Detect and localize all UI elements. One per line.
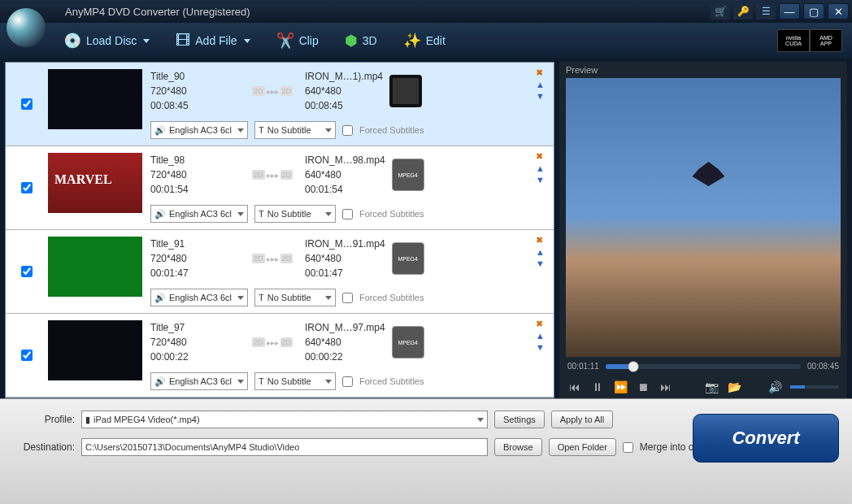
- conversion-arrow-icon: 2D▸▸▸2D: [240, 153, 305, 197]
- key-icon[interactable]: 🔑: [733, 3, 753, 20]
- remove-item-icon[interactable]: ✖: [536, 151, 552, 162]
- edit-label: Edit: [426, 34, 446, 47]
- device-icon[interactable]: MPEG4: [392, 326, 424, 358]
- forced-subtitles-checkbox[interactable]: [342, 293, 353, 303]
- maximize-button[interactable]: ▢: [803, 3, 824, 20]
- forced-subtitles-label: Forced Subtitles: [359, 125, 424, 135]
- audio-track-select[interactable]: 🔊 English AC3 6cl: [150, 372, 248, 390]
- subtitle-select[interactable]: T No Subtitle: [254, 205, 336, 223]
- item-title: Title_90: [150, 69, 240, 84]
- device-icon[interactable]: [389, 75, 422, 107]
- cart-icon[interactable]: 🛒: [711, 3, 730, 20]
- list-item[interactable]: MARVEL Title_98 720*480 00:01:54 2D▸▸▸2D…: [6, 146, 554, 230]
- item-title: Title_97: [150, 320, 240, 335]
- remove-item-icon[interactable]: ✖: [536, 235, 552, 245]
- clip-button[interactable]: ✂️ Clip: [270, 28, 325, 53]
- time-current: 00:01:11: [567, 362, 599, 371]
- move-down-icon[interactable]: ▼: [536, 259, 552, 268]
- profile-select[interactable]: ▮ iPad MPEG4 Video(*.mp4): [81, 411, 488, 428]
- close-button[interactable]: ✕: [828, 3, 849, 20]
- menu-icon[interactable]: ☰: [756, 3, 776, 20]
- 3d-label: 3D: [363, 34, 377, 47]
- prev-button[interactable]: ⏮: [567, 380, 582, 393]
- snapshot-button[interactable]: 📷: [704, 380, 719, 393]
- device-icon[interactable]: MPEG4: [392, 242, 424, 275]
- item-out-dur: 00:01:54: [305, 182, 385, 197]
- text-icon: T: [259, 209, 264, 219]
- seek-bar[interactable]: [606, 364, 801, 369]
- 3d-button[interactable]: ⬢ 3D: [338, 28, 384, 53]
- open-folder-button[interactable]: 📂: [727, 380, 741, 393]
- move-down-icon[interactable]: ▼: [536, 175, 552, 185]
- move-down-icon[interactable]: ▼: [536, 91, 552, 101]
- minimize-button[interactable]: —: [779, 3, 800, 20]
- profile-label: Profile:: [13, 414, 75, 425]
- speaker-icon: 🔊: [154, 293, 166, 303]
- move-up-icon[interactable]: ▲: [536, 247, 552, 257]
- play-button[interactable]: ⏩: [613, 380, 628, 393]
- wand-icon: ✨: [403, 32, 421, 50]
- audio-track-select[interactable]: 🔊 English AC3 6cl: [150, 121, 248, 139]
- item-out-dur: 00:00:22: [305, 350, 385, 364]
- browse-button[interactable]: Browse: [494, 438, 542, 456]
- item-src-dur: 00:01:54: [150, 182, 240, 197]
- item-src-dur: 00:08:45: [150, 98, 240, 113]
- device-small-icon: ▮: [85, 415, 90, 425]
- text-icon: T: [259, 125, 264, 135]
- next-button[interactable]: ⏭: [659, 380, 673, 393]
- forced-subtitles-checkbox[interactable]: [342, 209, 353, 219]
- subtitle-select[interactable]: T No Subtitle: [254, 121, 336, 139]
- move-up-icon[interactable]: ▲: [536, 163, 552, 173]
- subtitle-select[interactable]: T No Subtitle: [254, 289, 336, 306]
- item-checkbox[interactable]: [21, 350, 33, 361]
- remove-item-icon[interactable]: ✖: [536, 319, 552, 329]
- item-src-dur: 00:01:47: [150, 266, 240, 280]
- forced-subtitles-label: Forced Subtitles: [359, 376, 424, 386]
- audio-track-select[interactable]: 🔊 English AC3 6cl: [150, 289, 248, 306]
- add-file-button[interactable]: 🎞 Add File: [169, 29, 256, 53]
- item-thumbnail: [48, 69, 142, 129]
- settings-button[interactable]: Settings: [494, 411, 545, 428]
- subtitle-select[interactable]: T No Subtitle: [254, 372, 336, 390]
- add-file-label: Add File: [195, 34, 237, 47]
- move-up-icon[interactable]: ▲: [536, 331, 552, 341]
- item-checkbox[interactable]: [21, 98, 33, 110]
- forced-subtitles-checkbox[interactable]: [342, 125, 353, 136]
- forced-subtitles-checkbox[interactable]: [342, 376, 353, 387]
- stop-button[interactable]: ⏹: [636, 380, 650, 393]
- seek-bar-row: 00:01:11 00:08:45: [559, 357, 847, 376]
- chevron-down-icon: [237, 296, 244, 300]
- chevron-down-icon: [237, 380, 244, 384]
- preview-video[interactable]: [566, 78, 841, 357]
- volume-slider[interactable]: [790, 385, 839, 389]
- edit-button[interactable]: ✨ Edit: [397, 28, 452, 53]
- title-list[interactable]: Title_90 720*480 00:08:45 2D▸▸▸2D IRON_M…: [5, 62, 554, 398]
- item-thumbnail: [48, 237, 142, 297]
- speaker-icon: 🔊: [154, 125, 166, 136]
- audio-track-select[interactable]: 🔊 English AC3 6cl: [150, 205, 248, 223]
- conversion-arrow-icon: 2D▸▸▸2D: [240, 69, 305, 113]
- pause-button[interactable]: ⏸: [590, 380, 605, 393]
- item-title: Title_98: [150, 153, 240, 167]
- device-icon[interactable]: MPEG4: [392, 159, 424, 191]
- list-item[interactable]: Title_90 720*480 00:08:45 2D▸▸▸2D IRON_M…: [6, 63, 554, 146]
- load-disc-button[interactable]: 💿 Load Disc: [57, 28, 156, 53]
- move-up-icon[interactable]: ▲: [536, 80, 552, 89]
- item-checkbox[interactable]: [21, 266, 33, 277]
- open-dest-folder-button[interactable]: Open Folder: [549, 438, 616, 456]
- move-down-icon[interactable]: ▼: [536, 342, 552, 352]
- chevron-down-icon: [325, 380, 332, 384]
- profile-value: iPad MPEG4 Video(*.mp4): [93, 415, 200, 424]
- destination-field[interactable]: C:\Users\20150713\Documents\AnyMP4 Studi…: [81, 438, 488, 456]
- item-checkbox[interactable]: [21, 182, 33, 193]
- merge-checkbox[interactable]: [623, 442, 633, 453]
- remove-item-icon[interactable]: ✖: [536, 67, 552, 78]
- item-src-res: 720*480: [150, 251, 240, 266]
- list-item[interactable]: Title_97 720*480 00:00:22 2D▸▸▸2D IRON_M…: [6, 314, 554, 398]
- list-item[interactable]: Title_91 720*480 00:01:47 2D▸▸▸2D IRON_M…: [6, 230, 554, 314]
- item-thumbnail: [48, 320, 142, 380]
- volume-icon[interactable]: 🔊: [767, 380, 782, 393]
- convert-button[interactable]: Convert: [693, 414, 839, 463]
- apply-to-all-button[interactable]: Apply to All: [551, 411, 613, 428]
- time-total: 00:08:45: [807, 362, 839, 371]
